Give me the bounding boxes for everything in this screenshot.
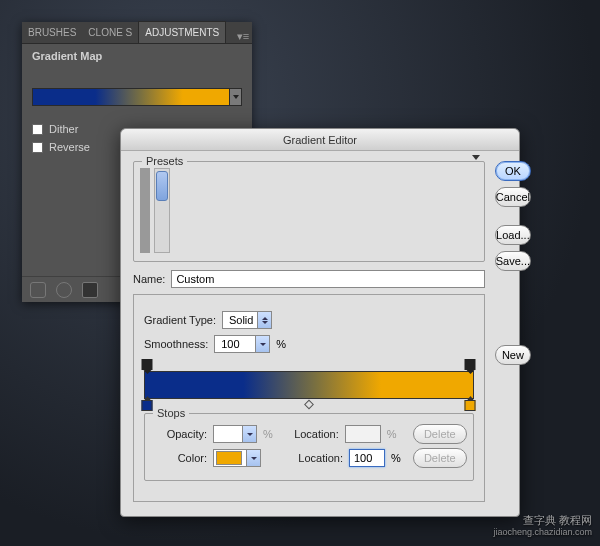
color-stop-row: Color: Location: % Delete [151, 448, 467, 468]
load-button[interactable]: Load... [495, 225, 531, 245]
opacity-delete-button: Delete [413, 424, 467, 444]
reverse-checkbox[interactable] [32, 142, 43, 153]
tab-adjustments[interactable]: ADJUSTMENTS [138, 21, 226, 43]
cancel-button[interactable]: Cancel [495, 187, 531, 207]
chevron-down-icon [262, 321, 268, 324]
opacity-label: Opacity: [151, 428, 207, 440]
footer-icon-2[interactable] [56, 282, 72, 298]
color-location-input[interactable] [349, 449, 385, 467]
presets-menu-icon[interactable] [472, 155, 480, 165]
smoothness-input[interactable]: 100 [214, 335, 270, 353]
gradient-preview [144, 371, 474, 399]
chevron-down-icon [251, 457, 257, 460]
gradient-block: Gradient Type: Solid Smoothness: 100 % [133, 294, 485, 502]
opacity-stop-row: Opacity: % Location: % Delete [151, 424, 467, 444]
gradient-type-value: Solid [229, 314, 253, 326]
gradient-bar[interactable] [144, 371, 474, 399]
gradient-map-preview[interactable] [32, 88, 242, 106]
dither-label: Dither [49, 123, 78, 135]
name-input[interactable] [171, 270, 484, 288]
opacity-location-label: Location: [279, 428, 339, 440]
reverse-label: Reverse [49, 141, 90, 153]
gradient-type-label: Gradient Type: [144, 314, 216, 326]
opacity-input [213, 425, 257, 443]
percent-label: % [276, 338, 286, 350]
color-label: Color: [151, 452, 207, 464]
presets-legend: Presets [142, 155, 187, 167]
ok-button[interactable]: OK [495, 161, 531, 181]
smoothness-value: 100 [221, 338, 239, 350]
gradient-picker-dropdown[interactable] [229, 89, 241, 105]
tab-brushes[interactable]: BRUSHES [22, 21, 82, 43]
watermark: 查字典 教程网 jiaocheng.chazidian.com [493, 514, 592, 538]
new-button[interactable]: New [495, 345, 531, 365]
presets-scrollbar[interactable] [154, 168, 170, 253]
footer-icon-1[interactable] [30, 282, 46, 298]
name-row: Name: [133, 270, 485, 288]
dither-checkbox[interactable] [32, 124, 43, 135]
scrollbar-thumb[interactable] [156, 171, 168, 201]
opacity-stop-right[interactable] [465, 359, 476, 370]
midpoint-marker[interactable] [304, 400, 314, 410]
chevron-up-icon [262, 317, 268, 320]
color-swatch-select[interactable] [213, 449, 261, 467]
color-location-label: Location: [283, 452, 343, 464]
panel-menu-icon[interactable]: ▾≡ [234, 30, 252, 43]
opacity-location-input [345, 425, 381, 443]
color-stop-left[interactable] [142, 400, 153, 411]
percent-label: % [263, 428, 273, 440]
stops-fieldset: Stops Opacity: % Location: % Delete Colo… [144, 413, 474, 481]
chevron-down-icon [233, 95, 239, 99]
percent-label: % [387, 428, 397, 440]
chevron-down-icon [247, 433, 253, 436]
adjustment-title: Gradient Map [22, 44, 252, 68]
dialog-buttons: OK Cancel Load... Save... New [495, 161, 531, 502]
dialog-titlebar[interactable]: Gradient Editor [121, 129, 519, 151]
footer-icon-3[interactable] [82, 282, 98, 298]
watermark-text: 查字典 教程网 [493, 514, 592, 527]
dialog-title: Gradient Editor [283, 134, 357, 146]
stops-legend: Stops [153, 407, 189, 419]
color-stop-right[interactable] [465, 400, 476, 411]
gradient-editor-dialog: Gradient Editor Presets Name: Gradient T… [120, 128, 520, 517]
percent-label: % [391, 452, 401, 464]
presets-grid [140, 168, 150, 253]
presets-fieldset: Presets [133, 161, 485, 262]
color-swatch [216, 451, 242, 465]
smoothness-label: Smoothness: [144, 338, 208, 350]
tab-clone-source[interactable]: CLONE S [82, 21, 138, 43]
chevron-down-icon [260, 343, 266, 346]
name-label: Name: [133, 273, 165, 285]
gradient-type-select[interactable]: Solid [222, 311, 272, 329]
save-button[interactable]: Save... [495, 251, 531, 271]
panel-tabbar: BRUSHES CLONE S ADJUSTMENTS ▾≡ [22, 22, 252, 44]
watermark-url: jiaocheng.chazidian.com [493, 527, 592, 538]
color-delete-button[interactable]: Delete [413, 448, 467, 468]
opacity-stop-left[interactable] [142, 359, 153, 370]
